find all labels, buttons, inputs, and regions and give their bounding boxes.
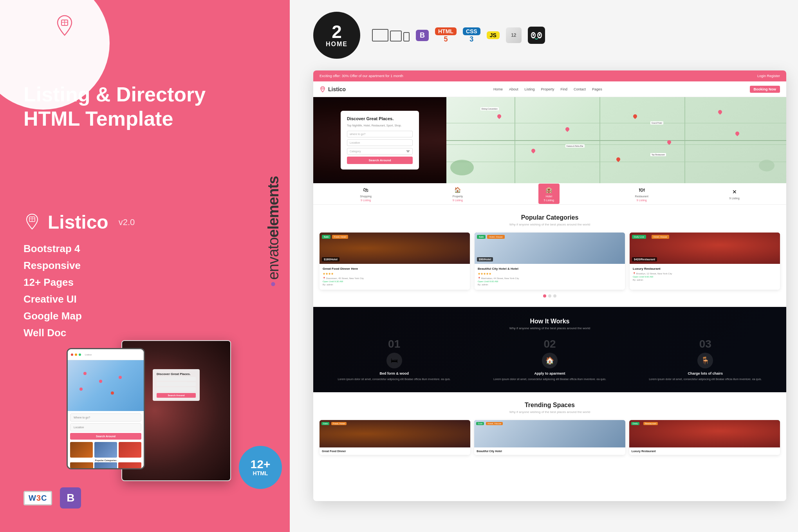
- nav-listing[interactable]: Listing: [525, 87, 535, 91]
- bootstrap-tech-badge: B: [416, 30, 429, 41]
- nav-contact[interactable]: Contact: [574, 87, 586, 91]
- trending-card-1-img: Sale Food, Hotel: [320, 420, 470, 447]
- site-nav-links: Home About Listing Property Find Contact…: [493, 87, 602, 91]
- category-bar: 🛍 Shopping 9 Listing 🏠 Property 9 Listin…: [313, 183, 786, 205]
- home-badge: 2 HOME: [313, 12, 360, 59]
- svg-point-12: [539, 34, 540, 36]
- step-3-title: Charge lots of chairs: [631, 371, 780, 375]
- nav-property[interactable]: Property: [541, 87, 554, 91]
- cat-extra-label: 9 Listing: [729, 197, 740, 200]
- feature-pages: 12+ Pages: [23, 276, 82, 289]
- step-3-num: 03: [631, 338, 780, 350]
- extra-icon: ✕: [731, 188, 738, 196]
- cat-hotel-label: Hotel: [546, 195, 552, 198]
- hero-form-category[interactable]: Category: [347, 148, 413, 155]
- cat-restaurant-count: 9 Listing: [637, 199, 647, 202]
- svg-point-11: [533, 34, 534, 36]
- trending-card-3-img: Daily Restaurant: [629, 420, 780, 447]
- cat-restaurant-label: Restaurant: [635, 195, 648, 198]
- card-2-status: Open Until 8:00 AM: [478, 280, 622, 283]
- nav-booking-btn[interactable]: Booking Now: [750, 86, 780, 93]
- nav-pages[interactable]: Pages: [592, 87, 602, 91]
- step-3-icon: 🪑: [697, 353, 713, 368]
- owl-logo: [528, 27, 545, 44]
- home-badge-text: HOME: [326, 41, 348, 48]
- envato-text: ●envatoelements: [265, 176, 282, 290]
- site-top-bar: Exciting offer: 30% Offer of our apartme…: [313, 70, 786, 81]
- card-1-body: Great Food Dinner Here ★★★★ 📍 Downtown, …: [320, 264, 470, 290]
- card-2-by: By: admin: [478, 283, 622, 286]
- card-3-body: Luxury Restaurant 📍 Brooklyn, 12 Street,…: [630, 264, 780, 285]
- how-step-1: 01 🛏 Bed form & wood Lorem ipsum dolor s…: [320, 338, 469, 381]
- hero-form-location[interactable]: Location: [347, 139, 413, 146]
- section-how: How It Works Why if anyone wishing of th…: [313, 307, 786, 392]
- top-bar-auth: Login Register: [757, 74, 780, 78]
- feature-well-doc: Well Doc: [23, 327, 82, 339]
- popular-subtitle: Why if anyone wishing of the best places…: [320, 223, 780, 226]
- dot-1[interactable]: [548, 294, 551, 298]
- brand-area: Listico v2.0: [23, 211, 135, 233]
- nav-about[interactable]: About: [509, 87, 518, 91]
- card-3-image: Daily Live Hotel, House $420/Restaurant: [630, 233, 780, 264]
- step-2-title: Apply to aparment: [475, 371, 624, 375]
- step-3-text: Lorem ipsum dolor sit amet, consectetur …: [631, 377, 780, 381]
- nav-home[interactable]: Home: [493, 87, 503, 91]
- tc2-badge: Sale: [476, 422, 484, 425]
- nav-find[interactable]: Find: [561, 87, 568, 91]
- restaurant-icon: 🍽: [638, 186, 646, 194]
- listing-card-3: Daily Live Hotel, House $420/Restaurant …: [630, 233, 780, 290]
- css3-badge: CSS 3: [463, 27, 480, 43]
- card-2-body: Beautiful City Hotel & Hotel ★★★★★ 📍 Man…: [475, 264, 625, 290]
- svg-rect-6: [528, 27, 545, 44]
- tc2-body: Beautiful City Hotel: [474, 447, 625, 455]
- card-2-type-badge: Hotel, House: [487, 235, 505, 239]
- html-badge-text: HTML: [253, 470, 268, 476]
- card-3-by: By: admin: [633, 279, 777, 281]
- how-title: How It Works: [320, 318, 780, 325]
- section-popular: Popular Categories Why if anyone wishing…: [313, 205, 786, 307]
- brand-name: Listico: [48, 211, 108, 233]
- step-2-num: 02: [475, 338, 624, 350]
- html5-badge: HTML 5: [435, 27, 457, 43]
- trending-card-3: Daily Restaurant Luxury Restaurant: [629, 420, 780, 455]
- trending-card-1: Sale Food, Hotel Great Food Dinner: [320, 420, 470, 455]
- js-badge: JS: [487, 31, 500, 39]
- card-1-by: By: admin: [323, 283, 467, 286]
- top-bar-offer: Exciting offer: 30% Offer of our apartme…: [320, 74, 403, 78]
- dot-2[interactable]: [553, 294, 556, 298]
- step-1-icon: 🛏: [386, 353, 402, 368]
- card-2-sale-badge: Sale: [477, 235, 486, 239]
- step-1-num: 01: [320, 338, 469, 350]
- section-trending: Trending Spaces Why if anyone wishing of…: [313, 392, 786, 464]
- step-1-text: Lorem ipsum dolor sit amet, consectetur …: [320, 377, 469, 381]
- w3c-badge: W3C: [23, 491, 52, 505]
- card-1-type-badge: Food, Hotel: [332, 235, 348, 239]
- trending-cards: Sale Food, Hotel Great Food Dinner Sale …: [320, 420, 780, 455]
- tc3-body: Luxury Restaurant: [629, 447, 780, 455]
- card-3-daily-badge: Daily Live: [632, 235, 646, 239]
- trending-title: Trending Spaces: [320, 402, 780, 409]
- hero-form-title: Discover Great Places.: [347, 116, 413, 121]
- hero-search-btn[interactable]: Search Around: [347, 157, 413, 164]
- card-1-status: Open Until 9:30 AM: [323, 280, 467, 283]
- how-steps: 01 🛏 Bed form & wood Lorem ipsum dolor s…: [320, 338, 780, 381]
- card-2-location: 📍 Manhattan, 44 Street, New York City: [478, 277, 622, 280]
- extra-logo-1: 12: [506, 27, 522, 43]
- site-nav-bar: Listico Home About Listing Property Find…: [313, 81, 786, 97]
- dot-active[interactable]: [543, 294, 546, 298]
- cat-restaurant[interactable]: 🍽 Restaurant 9 Listing: [630, 184, 654, 204]
- site-nav-logo: Listico: [320, 86, 346, 92]
- card-1-stars: ★★★★: [323, 272, 467, 276]
- cat-property[interactable]: 🏠 Property 9 Listing: [447, 184, 468, 204]
- card-3-price: $420/Restaurant: [632, 257, 657, 261]
- step-2-icon: 🏠: [542, 353, 558, 368]
- feature-google-map: Google Map: [23, 310, 82, 322]
- tc1-badge: Sale: [321, 422, 329, 425]
- listing-cards: Sale Food, Hotel $180/Hotel Great Food D…: [320, 233, 780, 290]
- card-2-image: Sale Hotel, House $90/Hotel: [475, 233, 625, 264]
- cat-hotel[interactable]: 🏨 Hotel 5 Listing: [538, 184, 560, 204]
- cat-extra[interactable]: ✕ 9 Listing: [724, 186, 745, 202]
- card-1-image: Sale Food, Hotel $180/Hotel: [320, 233, 470, 264]
- cat-shopping[interactable]: 🛍 Shopping 9 Listing: [354, 184, 377, 204]
- hero-form-where[interactable]: where to go?: [347, 131, 413, 137]
